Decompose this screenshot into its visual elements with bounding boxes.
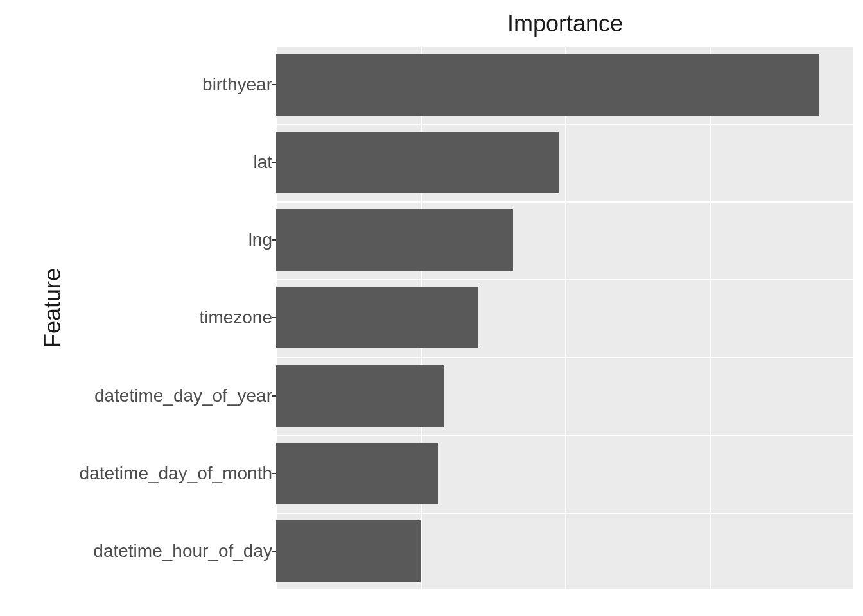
grid-v-4 bbox=[853, 46, 854, 590]
grid-h-1 bbox=[276, 124, 854, 125]
grid-h-5 bbox=[276, 435, 854, 436]
bar-lat bbox=[276, 132, 559, 193]
feature-importance-chart: Importance Feature birthyear lat lng tim… bbox=[0, 0, 863, 616]
bar-lng bbox=[276, 209, 513, 271]
grid-h-3 bbox=[276, 279, 854, 280]
grid-h-2 bbox=[276, 201, 854, 203]
ytick-6: datetime_hour_of_day bbox=[15, 541, 272, 561]
bar-datetime-hour-of-day bbox=[276, 520, 421, 582]
grid-h-6 bbox=[276, 513, 854, 514]
bar-datetime-day-of-year bbox=[276, 365, 444, 427]
chart-title: Importance bbox=[276, 10, 854, 37]
grid-h-0 bbox=[276, 46, 854, 47]
bar-datetime-day-of-month bbox=[276, 443, 438, 504]
grid-v-3 bbox=[710, 46, 711, 590]
bar-birthyear bbox=[276, 54, 819, 116]
plot-panel bbox=[276, 46, 854, 590]
ytick-0: birthyear bbox=[15, 74, 272, 95]
ytick-1: lat bbox=[15, 152, 272, 173]
ytick-5: datetime_day_of_month bbox=[15, 463, 272, 484]
ytick-4: datetime_day_of_year bbox=[15, 386, 272, 406]
ytick-3: timezone bbox=[15, 307, 272, 328]
ytick-2: lng bbox=[15, 230, 272, 250]
grid-v-2 bbox=[565, 46, 566, 590]
grid-h-4 bbox=[276, 357, 854, 358]
bar-timezone bbox=[276, 287, 478, 348]
grid-h-7 bbox=[276, 589, 854, 590]
